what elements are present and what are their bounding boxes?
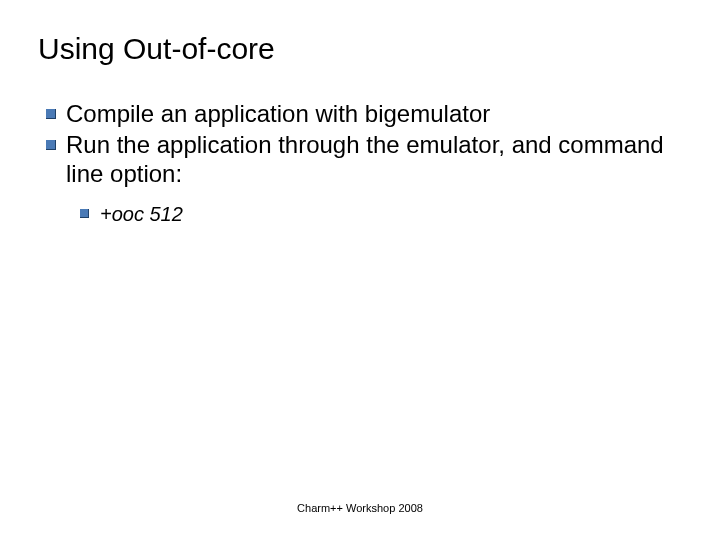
bullet-text: Compile an application with bigemulator [66, 100, 490, 127]
sub-bullet-text: +ooc 512 [100, 203, 183, 225]
bullet-item: Run the application through the emulator… [46, 131, 680, 189]
slide: Using Out-of-core Compile an application… [0, 0, 720, 540]
square-bullet-icon [46, 131, 56, 150]
slide-footer: Charm++ Workshop 2008 [0, 502, 720, 514]
slide-title: Using Out-of-core [38, 32, 275, 66]
svg-rect-2 [80, 209, 89, 218]
slide-body: Compile an application with bigemulator … [46, 100, 680, 226]
svg-rect-0 [46, 109, 56, 119]
square-bullet-icon [80, 202, 89, 218]
svg-rect-1 [46, 140, 56, 150]
sub-bullet-item: +ooc 512 [80, 202, 680, 226]
bullet-item: Compile an application with bigemulator [46, 100, 680, 129]
square-bullet-icon [46, 100, 56, 119]
bullet-text: Run the application through the emulator… [66, 131, 664, 187]
